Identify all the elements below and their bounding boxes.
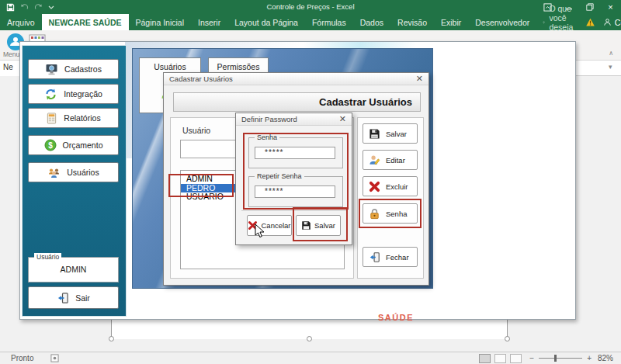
save-icon[interactable]: [6, 3, 15, 12]
orcamento-icon: $: [44, 139, 57, 151]
edit-user-button[interactable]: Editar: [363, 150, 418, 170]
tab-newcare-saude[interactable]: NEWCARE SAÚDE: [42, 14, 129, 30]
tab-inserir[interactable]: Inserir: [191, 14, 227, 30]
sidebar-item-orcamento[interactable]: $ Orçamento: [28, 135, 119, 155]
current-user-groupbox: Usuário ADMIN: [28, 257, 119, 283]
share-button[interactable]: Compartilhar: [603, 18, 621, 27]
tab-revisao[interactable]: Revisão: [390, 14, 434, 30]
tab-pagina-inicial[interactable]: Página Inicial: [129, 14, 191, 30]
svg-text:$: $: [48, 141, 53, 150]
senha-input[interactable]: *****: [255, 147, 335, 159]
register-dialog-close-icon[interactable]: ✕: [416, 75, 423, 83]
save-user-label: Salvar: [386, 130, 407, 138]
senha-groupbox: Senha *****: [248, 137, 343, 168]
undo-icon[interactable]: [20, 3, 29, 12]
save-floppy-icon: [369, 128, 380, 140]
tab-dados[interactable]: Dados: [353, 14, 390, 30]
close-dialog-button[interactable]: Fechar: [363, 247, 418, 267]
current-user-group-label: Usuário: [34, 253, 61, 261]
password-button[interactable]: Senha: [363, 203, 418, 224]
register-dialog-title: Cadastrar Usuários: [169, 75, 233, 83]
name-box[interactable]: Ne: [0, 61, 22, 76]
status-ready-label: Pronto: [0, 354, 33, 362]
senha-group-label: Senha: [255, 133, 279, 141]
sidebar-item-label: Cadastros: [64, 64, 102, 74]
save-password-floppy-icon: [301, 220, 311, 231]
password-button-label: Senha: [386, 210, 407, 218]
selection-handle-bottom-middle[interactable]: [307, 336, 312, 341]
sidebar-item-relatorios[interactable]: Relatórios: [28, 108, 119, 128]
permissions-section-label: Permissões: [217, 62, 260, 71]
collapse-ribbon-icon[interactable]: ∧: [609, 50, 613, 57]
users-section-label: Usuários: [154, 62, 186, 71]
selection-handle-bottom-right[interactable]: [505, 336, 510, 341]
ribbon-group-label: Menu: [3, 50, 21, 58]
tab-arquivo[interactable]: Arquivo: [0, 14, 42, 30]
zoom-slider[interactable]: [539, 358, 582, 359]
redo-icon[interactable]: [34, 3, 43, 12]
exit-button-label: Sair: [75, 293, 90, 303]
repetir-senha-input[interactable]: *****: [255, 185, 335, 198]
zoom-out-button[interactable]: −: [529, 354, 534, 362]
register-dialog-header: Cadastrar Usuários: [173, 92, 421, 112]
save-password-button[interactable]: Salvar: [296, 215, 341, 236]
current-user-name: ADMIN: [29, 258, 118, 282]
sidebar-item-integracao[interactable]: Integração: [28, 84, 119, 104]
user-field-label: Usuário: [182, 126, 210, 135]
tab-formulas[interactable]: Fórmulas: [305, 14, 353, 30]
ribbon-tab-row: Arquivo NEWCARE SAÚDE Página Inicial Ins…: [0, 14, 621, 30]
tab-layout-da-pagina[interactable]: Layout da Página: [227, 14, 305, 30]
repetir-senha-group-label: Repetir Senha: [255, 172, 304, 180]
close-dialog-label: Fechar: [386, 253, 409, 262]
password-dialog-close-icon[interactable]: ✕: [339, 115, 346, 123]
person-icon: [603, 18, 612, 26]
sheet-logo-text: SAÚDE: [378, 313, 414, 322]
share-label: Compartilhar: [615, 18, 621, 27]
mouse-cursor: [255, 224, 265, 238]
close-button[interactable]: ×: [600, 0, 621, 14]
exit-door-icon: [57, 292, 69, 304]
cadastros-icon: [45, 64, 58, 75]
delete-user-label: Excluir: [386, 182, 408, 191]
password-dialog-titlebar: Definir Password ✕: [236, 113, 352, 126]
warning-icon[interactable]: [585, 18, 595, 27]
page-break-view-icon[interactable]: [510, 354, 522, 363]
selection-handle-bottom-left[interactable]: [109, 336, 114, 341]
title-bar: [0, 0, 621, 14]
page-layout-view-icon[interactable]: [494, 354, 506, 363]
zoom-in-button[interactable]: +: [587, 354, 592, 362]
integracao-icon: [44, 88, 57, 100]
edit-user-label: Editar: [386, 156, 405, 165]
sidebar-item-label: Integração: [64, 89, 102, 99]
register-dialog-titlebar: Cadastrar Usuários ✕: [164, 73, 428, 85]
macro-record-icon[interactable]: [50, 354, 59, 362]
quick-access-toolbar: [0, 3, 54, 12]
lightbulb-icon: [543, 18, 545, 27]
password-dialog-title: Definir Password: [241, 115, 297, 123]
zoom-slider-handle[interactable]: [554, 355, 557, 362]
status-bar: Pronto − + 82%: [0, 352, 621, 364]
define-password-dialog: Definir Password ✕ Senha ***** Repetir S…: [235, 113, 352, 245]
sidebar-item-cadastros[interactable]: Cadastros: [28, 59, 119, 79]
relatorios-icon: [46, 113, 57, 124]
buttons-separator: [241, 210, 348, 211]
save-password-label: Salvar: [314, 221, 335, 230]
qat-dropdown-icon[interactable]: [48, 4, 54, 10]
tell-me-search[interactable]: O que você deseja fazer...: [536, 14, 585, 30]
save-user-button[interactable]: Salvar: [363, 123, 418, 144]
usuarios-icon: [47, 166, 61, 179]
zoom-level[interactable]: 82%: [598, 354, 613, 362]
cancel-password-button[interactable]: Cancelar: [247, 215, 292, 236]
excel-window: Controle de Preços - Excel × Arquivo NEW…: [0, 0, 621, 364]
tab-desenvolvedor[interactable]: Desenvolvedor: [468, 14, 536, 30]
password-lock-icon: [369, 208, 380, 220]
normal-view-icon[interactable]: [479, 354, 491, 363]
exit-button[interactable]: Sair: [28, 286, 119, 309]
tab-exibir[interactable]: Exibir: [434, 14, 468, 30]
formula-bar-expand-icon[interactable]: ▾: [609, 63, 612, 71]
sidebar-item-usuarios[interactable]: Usuários: [28, 162, 119, 182]
close-door-icon: [369, 251, 380, 263]
restore-button[interactable]: [579, 0, 600, 14]
delete-user-button[interactable]: Excluir: [363, 176, 418, 196]
delete-x-icon: [369, 181, 380, 192]
